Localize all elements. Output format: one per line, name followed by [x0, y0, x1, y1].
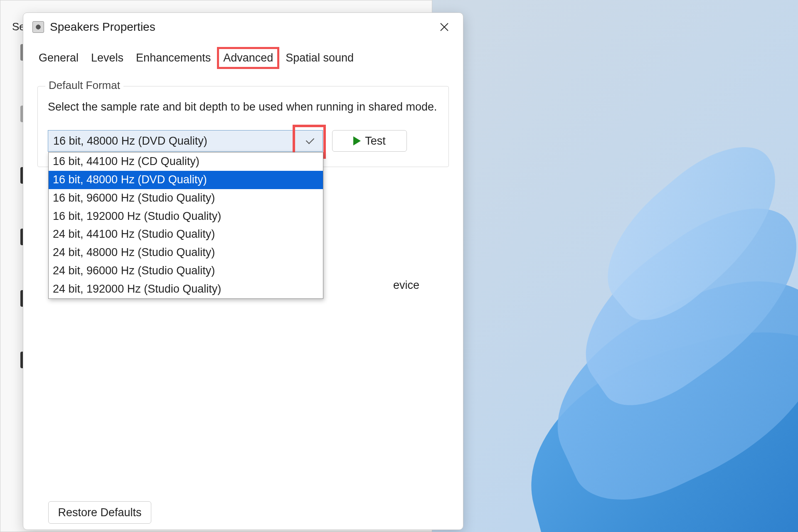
dropdown-option[interactable]: 16 bit, 48000 Hz (DVD Quality)	[49, 171, 323, 189]
dropdown-option[interactable]: 16 bit, 44100 Hz (CD Quality)	[49, 153, 323, 171]
tab-enhancements[interactable]: Enhancements	[130, 47, 217, 69]
sample-rate-dropdown[interactable]: 16 bit, 48000 Hz (DVD Quality) 16 bit, 4…	[48, 130, 323, 152]
speakers-properties-dialog: Speakers Properties General Levels Enhan…	[23, 12, 463, 530]
dropdown-option[interactable]: 24 bit, 96000 Hz (Studio Quality)	[49, 262, 323, 280]
restore-defaults-button[interactable]: Restore Defaults	[48, 501, 151, 524]
speaker-icon	[32, 21, 44, 33]
dropdown-selected-value: 16 bit, 48000 Hz (DVD Quality)	[53, 135, 207, 148]
tab-levels[interactable]: Levels	[85, 47, 130, 69]
tab-strip: General Levels Enhancements Advanced Spa…	[23, 41, 463, 69]
group-legend: Default Format	[45, 79, 123, 92]
dropdown-options-list: 16 bit, 44100 Hz (CD Quality) 16 bit, 48…	[48, 152, 323, 298]
tab-general[interactable]: General	[32, 47, 85, 69]
tab-advanced[interactable]: Advanced	[217, 47, 279, 69]
dropdown-option[interactable]: 16 bit, 96000 Hz (Studio Quality)	[49, 189, 323, 207]
close-button[interactable]	[435, 17, 454, 37]
dialog-content: Default Format Select the sample rate an…	[23, 69, 463, 178]
format-row: 16 bit, 48000 Hz (DVD Quality) 16 bit, 4…	[48, 130, 438, 152]
dropdown-option[interactable]: 24 bit, 44100 Hz (Studio Quality)	[49, 225, 323, 244]
format-description: Select the sample rate and bit depth to …	[48, 99, 438, 115]
restore-defaults-label: Restore Defaults	[58, 506, 141, 519]
test-button[interactable]: Test	[332, 130, 407, 152]
windows-bloom-wallpaper	[424, 158, 798, 532]
play-icon	[353, 136, 361, 145]
default-format-group: Default Format Select the sample rate an…	[37, 86, 449, 167]
dropdown-option[interactable]: 24 bit, 192000 Hz (Studio Quality)	[49, 280, 323, 298]
dropdown-arrow-button[interactable]	[298, 131, 323, 151]
dialog-title: Speakers Properties	[50, 20, 435, 34]
close-icon	[440, 22, 449, 32]
dropdown-option[interactable]: 16 bit, 192000 Hz (Studio Quality)	[49, 207, 323, 226]
obscured-text: evice	[393, 279, 419, 292]
chevron-down-icon	[306, 135, 315, 144]
title-bar: Speakers Properties	[23, 13, 463, 41]
dropdown-option[interactable]: 24 bit, 48000 Hz (Studio Quality)	[49, 244, 323, 262]
tab-spatial-sound[interactable]: Spatial sound	[279, 47, 360, 69]
test-button-label: Test	[365, 135, 386, 148]
